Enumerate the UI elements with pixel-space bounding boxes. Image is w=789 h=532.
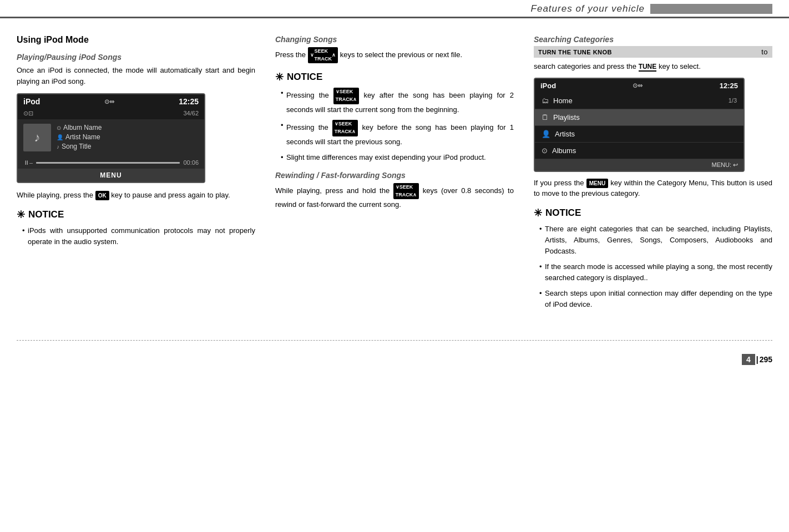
- tune-knob-to: to: [761, 48, 768, 56]
- folder-icon: 🗂: [542, 97, 549, 105]
- ipod-icons: ⊙⇔: [104, 98, 114, 105]
- main-content: Using iPod Mode Playing/Pausing iPod Son…: [0, 18, 789, 329]
- albums-icon: ⊙: [542, 146, 548, 155]
- tune-knob-label: TURN THE TUNE KNOB: [538, 49, 761, 55]
- menu-prefix: If you press the: [534, 179, 584, 187]
- ipod-screen-sub: ⊙⊡ 34/62: [18, 109, 204, 119]
- page-footer: 4 | 295: [0, 352, 789, 367]
- col-using-ipod: Using iPod Mode Playing/Pausing iPod Son…: [17, 35, 265, 318]
- seek-badge-inline-1: ∨SEEKTRACK∧: [333, 88, 360, 104]
- notice-star: ✳: [17, 209, 25, 221]
- ipod-track-info: ⊙ Album Name 👤 Artist Name ♪ Song Title: [57, 124, 199, 152]
- ipod-artist: Artist Name: [65, 133, 100, 141]
- artist-icon: 👤: [57, 134, 63, 140]
- seek-arrow-up: ∧: [332, 52, 336, 59]
- rewind-para: While playing, press and hold the ∨SEEKT…: [275, 183, 514, 210]
- notice-col3-item-3: Search steps upon initial connection may…: [539, 288, 772, 310]
- ipod-controls: ⏸ – 00:06: [18, 156, 204, 169]
- home-count: 1/3: [729, 97, 737, 104]
- ipod-time: 12:25: [179, 97, 199, 106]
- notice-star-3: ✳: [534, 207, 542, 219]
- ipod2-playlists-item: 🗒 Playlists: [535, 109, 744, 126]
- using-ipod-title: Using iPod Mode: [17, 35, 255, 45]
- changing-songs-title: Changing Songs: [275, 35, 514, 44]
- notice-col1: ✳ NOTICE iPods with unsupported communic…: [17, 209, 255, 247]
- notice-col3-item-2: If the search mode is accessed while pla…: [539, 261, 772, 283]
- notice-col2-item-1: Pressing the ∨SEEKTRACK∧ key after the s…: [281, 88, 514, 115]
- ipod-play-icon: ⏸: [23, 159, 29, 166]
- page-header: Features of your vehicle: [0, 0, 789, 18]
- col-searching: Searching Categories TURN THE TUNE KNOB …: [524, 35, 772, 318]
- ipod-dash: –: [29, 159, 33, 166]
- album-icon: ⊙: [57, 125, 61, 131]
- notice-col3: ✳ NOTICE There are eight categories that…: [534, 207, 772, 311]
- notice-col3-title: ✳ NOTICE: [534, 207, 772, 219]
- notice-star-2: ✳: [275, 71, 284, 83]
- notice-col1-title: ✳ NOTICE: [17, 209, 255, 221]
- ipod2-icons: ⊙⇔: [633, 82, 643, 89]
- ipod2-menu-bar: MENU: ↩: [535, 159, 744, 171]
- rewind-prefix: While playing, press and hold the: [275, 186, 390, 195]
- ok-para-suffix: key to pause and press again to play.: [111, 191, 230, 199]
- artists-icon: 👤: [542, 130, 550, 138]
- ipod-title: iPod: [23, 97, 40, 106]
- seek-arrow-down: ∨: [310, 52, 314, 59]
- song-icon: ♪: [57, 144, 59, 150]
- albums-label: Albums: [552, 146, 576, 155]
- ipod-album: Album Name: [63, 124, 102, 131]
- footer-pipe: |: [755, 354, 760, 365]
- ipod-screen-1: iPod ⊙⇔ 12:25 ⊙⊡ 34/62 ♪ ⊙ Album Name 👤 …: [17, 93, 205, 183]
- searching-title: Searching Categories: [534, 35, 772, 44]
- ipod-music-icon: ♪: [23, 124, 51, 151]
- ipod-screen-header: iPod ⊙⇔ 12:25: [18, 94, 204, 109]
- notice-col2-item-3: Slight time differences may exist depend…: [281, 152, 514, 163]
- header-bar: [650, 4, 772, 14]
- ipod-artist-line: 👤 Artist Name: [57, 133, 199, 141]
- seek-key-badge-1: ∨SEEKTRACK∧: [308, 47, 338, 63]
- ipod2-title: iPod: [540, 82, 556, 90]
- notice-col1-item-1: iPods with unsupported communication pro…: [22, 225, 255, 247]
- ok-key-badge: OK: [95, 191, 109, 200]
- footer-section-num: 4: [742, 354, 755, 365]
- ipod-track-count: 34/62: [183, 110, 199, 117]
- ipod2-time: 12:25: [720, 82, 738, 90]
- search-para: search categories and press the TUNE key…: [534, 61, 772, 72]
- ipod2-albums-item: ⊙ Albums: [535, 143, 744, 159]
- notice-col2-item-2: Pressing the ∨SEEKTRACK∧ key before the …: [281, 120, 514, 148]
- tune-suffix: key to select.: [659, 62, 701, 70]
- ipod-song-line: ♪ Song Title: [57, 143, 199, 150]
- notice-label-2: NOTICE: [287, 72, 322, 83]
- ok-key-para: While playing, press the OK key to pause…: [17, 190, 255, 201]
- home-label: Home: [553, 97, 573, 105]
- playing-pausing-para: Once an iPod is connected, the mode will…: [17, 65, 255, 87]
- footer-pagination: 4 | 295: [742, 354, 772, 365]
- ipod-sub-left: ⊙⊡: [23, 110, 33, 117]
- playlists-label: Playlists: [553, 113, 580, 121]
- notice-col3-item-1: There are eight categories that can be s…: [539, 224, 772, 257]
- menu-key-para: If you press the MENU key within the Cat…: [534, 178, 772, 199]
- ipod-screen-body: ♪ ⊙ Album Name 👤 Artist Name ♪ Song Titl…: [18, 119, 204, 156]
- seek-key-badge-2: ∨SEEKTRACK∧: [393, 183, 419, 199]
- notice-col2-title: ✳ NOTICE: [275, 71, 514, 83]
- ipod-current-time: 00:06: [183, 159, 199, 166]
- changing-suffix: keys to select the previous or next file…: [340, 50, 462, 59]
- notice-col1-list: iPods with unsupported communication pro…: [17, 225, 255, 247]
- playing-pausing-title: Playing/Pausing iPod Songs: [17, 53, 255, 62]
- footer-page-num: 295: [760, 355, 772, 364]
- search-text: search categories and press the: [534, 62, 636, 70]
- ipod2-artists-item: 👤 Artists: [535, 126, 744, 143]
- changing-prefix: Press the: [275, 50, 306, 59]
- ipod-album-line: ⊙ Album Name: [57, 124, 199, 131]
- rewind-title: Rewinding / Fast-forwarding Songs: [275, 171, 514, 180]
- ipod-song: Song Title: [62, 143, 91, 150]
- tune-key: TUNE: [639, 63, 657, 72]
- changing-para: Press the ∨SEEKTRACK∧ keys to select the…: [275, 47, 514, 63]
- seek-badge-inline-2: ∨SEEKTRACK∧: [332, 120, 358, 136]
- notice-col3-list: There are eight categories that can be s…: [534, 224, 772, 311]
- notice-col2: ✳ NOTICE Pressing the ∨SEEKTRACK∧ key af…: [275, 71, 514, 163]
- ipod-screen2-header: iPod ⊙⇔ 12:25: [535, 79, 744, 93]
- ok-para-prefix: While playing, press the: [17, 191, 93, 199]
- bottom-divider: [17, 340, 772, 341]
- ipod-screen-2: iPod ⊙⇔ 12:25 🗂 Home 1/3 🗒 Playlists 👤 A…: [534, 78, 745, 172]
- notice-col2-list: Pressing the ∨SEEKTRACK∧ key after the s…: [275, 88, 514, 163]
